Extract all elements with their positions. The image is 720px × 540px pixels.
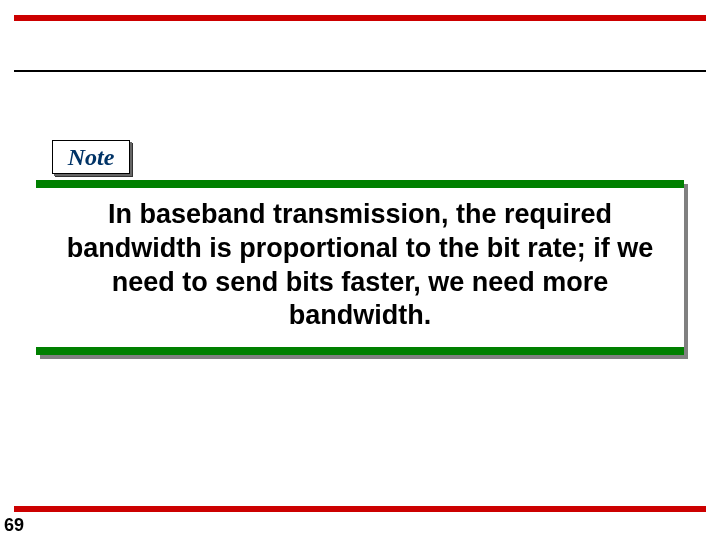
top-divider-line: [14, 70, 706, 72]
top-red-bar: [14, 15, 706, 21]
note-box: In baseband transmission, the required b…: [36, 180, 684, 355]
bottom-red-bar: [14, 506, 706, 512]
page-number: 69: [4, 515, 24, 536]
slide: Note In baseband transmission, the requi…: [0, 0, 720, 540]
note-body-text: In baseband transmission, the required b…: [50, 198, 670, 333]
note-label-box: Note: [52, 140, 130, 174]
note-label-text: Note: [68, 144, 115, 171]
